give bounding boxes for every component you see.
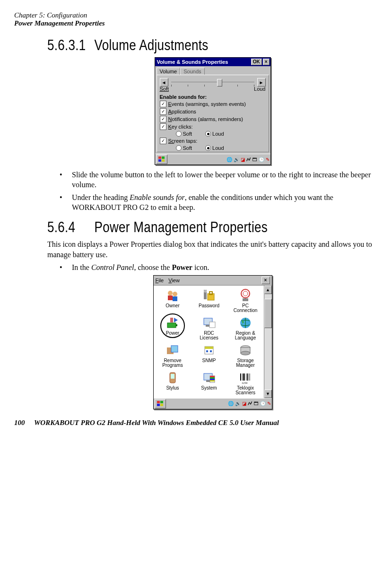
checkbox-keyclicks[interactable]: ✓ Key clicks: [160, 123, 266, 130]
checkbox-notifications[interactable]: ✓ Notifications (alarms, reminders) [160, 116, 266, 122]
svg-rect-17 [170, 318, 173, 322]
tray-sip-icon[interactable]: ✎ [266, 157, 270, 162]
ce-taskbar: 🌐 🔊 ◪ 🗲 🗔 🕒 ✎ [154, 398, 272, 409]
tray-card-icon[interactable]: 🗔 [254, 401, 259, 406]
item-snmp[interactable]: SNMP [191, 342, 227, 370]
tray-globe-icon[interactable]: 🌐 [228, 401, 234, 406]
tab-volume[interactable]: Volume [157, 68, 181, 75]
menubar: FFileile View × [154, 276, 272, 286]
svg-rect-5 [168, 295, 173, 300]
item-owner[interactable]: Owner [155, 287, 191, 315]
svg-rect-32 [171, 374, 174, 379]
item-teklogix-scanners[interactable]: 1234 Teklogix Scanners [227, 370, 264, 397]
svg-rect-38 [210, 379, 215, 380]
system-tray: 🌐 🔊 ◪ 🗲 🗔 🕒 ✎ [228, 401, 271, 406]
owner-icon [165, 288, 180, 303]
item-storage-manager[interactable]: Storage Manager [227, 342, 264, 370]
section-number: 5.6.4 [47, 219, 91, 236]
item-password[interactable]: Password [191, 287, 227, 315]
check-icon: ✓ [160, 123, 166, 130]
svg-rect-50 [160, 404, 163, 406]
power-icon [165, 315, 180, 330]
tab-panel: ◄ ► Soft Loud Enable sounds for: ✓ Event… [157, 75, 269, 152]
scroll-down-button[interactable]: ▼ [264, 390, 272, 398]
tray-power-icon[interactable]: 🗲 [246, 157, 251, 162]
checkbox-screentaps[interactable]: ✓ Screen taps: [160, 138, 266, 144]
item-pc-connection[interactable]: PC Connection [227, 287, 264, 315]
bullet-choose-power: •In the Control Panel, choose the Power … [60, 262, 378, 272]
start-button[interactable] [156, 155, 167, 164]
close-button[interactable]: × [261, 277, 270, 284]
svg-rect-47 [157, 401, 160, 403]
tab-sounds[interactable]: Sounds [180, 68, 204, 75]
svg-rect-25 [205, 347, 213, 349]
volume-down-button[interactable]: ◄ [160, 78, 168, 87]
item-system[interactable]: System [191, 370, 227, 397]
check-icon: ✓ [160, 138, 166, 144]
page-number: 100 [14, 419, 25, 426]
volume-slider-thumb[interactable] [217, 79, 222, 87]
tray-power-icon[interactable]: 🗲 [248, 401, 253, 406]
svg-rect-23 [171, 346, 178, 352]
label-loud: Loud [254, 86, 265, 92]
close-button[interactable]: × [263, 59, 270, 65]
svg-point-9 [204, 290, 207, 293]
tray-volume-icon[interactable]: 🔊 [235, 401, 241, 406]
tray-sip-icon[interactable]: ✎ [267, 401, 271, 406]
bullet-slide-volume: •Slide the volume button to the left to … [60, 170, 378, 190]
volume-slider[interactable] [170, 78, 255, 87]
svg-rect-48 [160, 401, 163, 403]
tray-card-icon[interactable]: 🗔 [253, 157, 257, 162]
tray-clock-icon[interactable]: 🕒 [259, 157, 264, 162]
item-stylus[interactable]: Stylus [155, 370, 191, 397]
radio-screentaps-soft[interactable]: Soft [176, 145, 192, 151]
checkbox-events[interactable]: ✓ Events (warnings, system events) [160, 101, 266, 107]
svg-point-30 [241, 351, 250, 355]
svg-rect-16 [176, 324, 177, 326]
svg-rect-15 [167, 323, 176, 328]
radio-keyclicks-loud[interactable]: Loud [205, 131, 224, 137]
svg-rect-34 [206, 380, 210, 382]
tray-clock-icon[interactable]: 🕒 [260, 401, 266, 406]
icon-grid: Owner Password PC Connection Power [154, 286, 264, 398]
start-button[interactable] [155, 399, 166, 408]
snmp-icon [201, 343, 217, 358]
tray-volume-icon[interactable]: 🔊 [234, 157, 239, 162]
check-icon: ✓ [160, 116, 166, 122]
tray-network-icon[interactable]: ◪ [241, 157, 245, 162]
menu-file[interactable]: FFileile [156, 278, 164, 283]
bullet-enable-sounds: •Under the heading Enable sounds for, en… [60, 192, 378, 212]
figure-control-panel: FFileile View × Owner Password [47, 275, 378, 409]
window-titlebar: Volume & Sounds Properties OK × [155, 58, 270, 66]
keyclicks-radios: Soft Loud [176, 131, 266, 137]
svg-rect-11 [209, 292, 212, 295]
scroll-up-button[interactable]: ▲ [264, 286, 272, 294]
item-remove-programs[interactable]: Remove Programs [155, 342, 191, 370]
item-rdc-licenses[interactable]: RDC Licenses [191, 315, 227, 342]
svg-rect-20 [209, 322, 215, 328]
tab-strip: Volume Sounds [155, 66, 270, 75]
ok-button[interactable]: OK [251, 59, 262, 65]
ce-taskbar: 🌐 🔊 ◪ 🗲 🗔 🕒 ✎ [155, 154, 270, 165]
section-title: Power Management Properties [95, 219, 268, 235]
svg-rect-1 [162, 156, 165, 159]
item-power[interactable]: Power [155, 315, 191, 342]
item-region-language[interactable]: Region & Language [227, 315, 264, 342]
svg-rect-36 [210, 376, 215, 377]
menu-view[interactable]: View [168, 278, 180, 283]
section-number: 5.6.3.1 [47, 36, 91, 54]
svg-text:1234: 1234 [242, 382, 247, 384]
tray-network-icon[interactable]: ◪ [242, 401, 246, 406]
storage-icon [238, 343, 253, 358]
header-section: Power Management Properties [14, 19, 378, 27]
scroll-thumb[interactable] [264, 299, 272, 328]
svg-point-12 [241, 289, 250, 298]
radio-screentaps-loud[interactable]: Loud [205, 145, 224, 151]
svg-point-4 [168, 291, 173, 295]
volume-up-button[interactable]: ► [257, 78, 266, 87]
checkbox-applications[interactable]: ✓ Applications [160, 108, 266, 115]
tray-globe-icon[interactable]: 🌐 [226, 157, 232, 162]
scrollbar[interactable]: ▲ ▼ [264, 286, 272, 398]
windows-logo-icon [158, 156, 166, 163]
radio-keyclicks-soft[interactable]: Soft [176, 131, 192, 137]
